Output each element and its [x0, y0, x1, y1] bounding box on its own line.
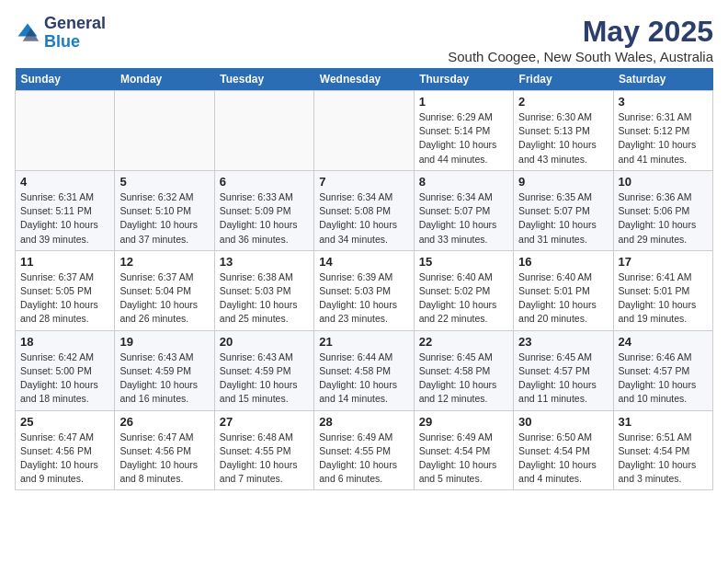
cell-text: Sunrise: 6:43 AMSunset: 4:59 PMDaylight:… — [220, 350, 309, 407]
day-number: 27 — [220, 415, 309, 429]
day-number: 15 — [419, 255, 508, 269]
cell-text: Sunrise: 6:29 AMSunset: 5:14 PMDaylight:… — [419, 110, 508, 167]
calendar-cell: 26Sunrise: 6:47 AMSunset: 4:56 PMDayligh… — [115, 410, 214, 490]
calendar-cell: 28Sunrise: 6:49 AMSunset: 4:55 PMDayligh… — [314, 410, 414, 490]
cell-text: Sunrise: 6:42 AMSunset: 5:00 PMDaylight:… — [20, 350, 109, 407]
cell-text: Sunrise: 6:31 AMSunset: 5:11 PMDaylight:… — [20, 190, 109, 247]
calendar-cell — [314, 91, 414, 171]
day-number: 2 — [518, 95, 608, 109]
day-number: 11 — [20, 255, 109, 269]
day-number: 23 — [518, 335, 608, 349]
cell-text: Sunrise: 6:40 AMSunset: 5:02 PMDaylight:… — [419, 270, 508, 327]
page-header: General Blue May 2025 South Coogee, New … — [15, 15, 713, 64]
calendar-cell: 13Sunrise: 6:38 AMSunset: 5:03 PMDayligh… — [214, 250, 313, 330]
cell-text: Sunrise: 6:34 AMSunset: 5:08 PMDaylight:… — [319, 190, 408, 247]
day-number: 5 — [119, 175, 209, 189]
cell-text: Sunrise: 6:44 AMSunset: 4:58 PMDaylight:… — [319, 350, 408, 407]
calendar-cell: 2Sunrise: 6:30 AMSunset: 5:13 PMDaylight… — [514, 91, 613, 171]
day-number: 17 — [619, 255, 708, 269]
cell-text: Sunrise: 6:40 AMSunset: 5:01 PMDaylight:… — [518, 270, 608, 327]
cell-text: Sunrise: 6:34 AMSunset: 5:07 PMDaylight:… — [419, 190, 508, 247]
day-number: 24 — [619, 335, 708, 349]
cell-text: Sunrise: 6:38 AMSunset: 5:03 PMDaylight:… — [220, 270, 309, 327]
cell-text: Sunrise: 6:32 AMSunset: 5:10 PMDaylight:… — [119, 190, 209, 247]
cell-text: Sunrise: 6:43 AMSunset: 4:59 PMDaylight:… — [119, 350, 209, 407]
calendar-cell: 16Sunrise: 6:40 AMSunset: 5:01 PMDayligh… — [514, 250, 613, 330]
calendar-cell: 15Sunrise: 6:40 AMSunset: 5:02 PMDayligh… — [414, 250, 513, 330]
calendar-week-3: 11Sunrise: 6:37 AMSunset: 5:05 PMDayligh… — [16, 250, 713, 330]
cell-text: Sunrise: 6:36 AMSunset: 5:06 PMDaylight:… — [619, 190, 708, 247]
cell-text: Sunrise: 6:30 AMSunset: 5:13 PMDaylight:… — [518, 110, 608, 167]
calendar-cell: 18Sunrise: 6:42 AMSunset: 5:00 PMDayligh… — [16, 330, 115, 410]
logo: General Blue — [15, 15, 106, 52]
calendar-cell — [115, 91, 214, 171]
calendar-cell: 22Sunrise: 6:45 AMSunset: 4:58 PMDayligh… — [414, 330, 513, 410]
weekday-friday: Friday — [514, 68, 613, 91]
cell-text: Sunrise: 6:37 AMSunset: 5:05 PMDaylight:… — [20, 270, 109, 327]
cell-text: Sunrise: 6:46 AMSunset: 4:57 PMDaylight:… — [619, 350, 708, 407]
day-number: 25 — [20, 415, 109, 429]
calendar-cell: 8Sunrise: 6:34 AMSunset: 5:07 PMDaylight… — [414, 170, 513, 250]
day-number: 19 — [119, 335, 209, 349]
weekday-saturday: Saturday — [613, 68, 712, 91]
day-number: 31 — [619, 415, 708, 429]
calendar-cell: 9Sunrise: 6:35 AMSunset: 5:07 PMDaylight… — [514, 170, 613, 250]
day-number: 10 — [619, 175, 708, 189]
cell-text: Sunrise: 6:35 AMSunset: 5:07 PMDaylight:… — [518, 190, 608, 247]
calendar-cell: 6Sunrise: 6:33 AMSunset: 5:09 PMDaylight… — [214, 170, 313, 250]
weekday-tuesday: Tuesday — [214, 68, 313, 91]
calendar-cell: 24Sunrise: 6:46 AMSunset: 4:57 PMDayligh… — [613, 330, 712, 410]
day-number: 29 — [419, 415, 508, 429]
weekday-header-row: SundayMondayTuesdayWednesdayThursdayFrid… — [16, 68, 713, 91]
weekday-wednesday: Wednesday — [314, 68, 414, 91]
logo-general-text: General — [44, 14, 106, 32]
cell-text: Sunrise: 6:49 AMSunset: 4:54 PMDaylight:… — [419, 431, 508, 487]
day-number: 6 — [220, 175, 309, 189]
calendar-body: 1Sunrise: 6:29 AMSunset: 5:14 PMDaylight… — [16, 91, 713, 490]
calendar-week-1: 1Sunrise: 6:29 AMSunset: 5:14 PMDaylight… — [16, 91, 713, 171]
day-number: 9 — [518, 175, 608, 189]
calendar-cell: 27Sunrise: 6:48 AMSunset: 4:55 PMDayligh… — [214, 410, 313, 490]
day-number: 14 — [319, 255, 408, 269]
day-number: 13 — [220, 255, 309, 269]
calendar-cell: 11Sunrise: 6:37 AMSunset: 5:05 PMDayligh… — [16, 250, 115, 330]
calendar-cell: 4Sunrise: 6:31 AMSunset: 5:11 PMDaylight… — [16, 170, 115, 250]
calendar-cell: 19Sunrise: 6:43 AMSunset: 4:59 PMDayligh… — [115, 330, 214, 410]
day-number: 7 — [319, 175, 408, 189]
location-title: South Coogee, New South Wales, Australia — [448, 49, 713, 64]
day-number: 28 — [319, 415, 408, 429]
calendar-cell: 29Sunrise: 6:49 AMSunset: 4:54 PMDayligh… — [414, 410, 513, 490]
calendar-table: SundayMondayTuesdayWednesdayThursdayFrid… — [15, 68, 713, 490]
calendar-header: SundayMondayTuesdayWednesdayThursdayFrid… — [16, 68, 713, 91]
cell-text: Sunrise: 6:49 AMSunset: 4:55 PMDaylight:… — [319, 431, 408, 487]
cell-text: Sunrise: 6:39 AMSunset: 5:03 PMDaylight:… — [319, 270, 408, 327]
day-number: 4 — [20, 175, 109, 189]
calendar-week-5: 25Sunrise: 6:47 AMSunset: 4:56 PMDayligh… — [16, 410, 713, 490]
cell-text: Sunrise: 6:47 AMSunset: 4:56 PMDaylight:… — [119, 431, 209, 487]
day-number: 3 — [619, 95, 708, 109]
calendar-cell — [214, 91, 313, 171]
weekday-sunday: Sunday — [16, 68, 115, 91]
day-number: 20 — [220, 335, 309, 349]
calendar-week-4: 18Sunrise: 6:42 AMSunset: 5:00 PMDayligh… — [16, 330, 713, 410]
day-number: 26 — [119, 415, 209, 429]
calendar-cell — [16, 91, 115, 171]
calendar-cell: 7Sunrise: 6:34 AMSunset: 5:08 PMDaylight… — [314, 170, 414, 250]
day-number: 1 — [419, 95, 508, 109]
calendar-cell: 1Sunrise: 6:29 AMSunset: 5:14 PMDaylight… — [414, 91, 513, 171]
calendar-cell: 10Sunrise: 6:36 AMSunset: 5:06 PMDayligh… — [613, 170, 712, 250]
day-number: 22 — [419, 335, 508, 349]
month-title: May 2025 — [448, 15, 713, 49]
day-number: 30 — [518, 415, 608, 429]
day-number: 18 — [20, 335, 109, 349]
calendar-cell: 14Sunrise: 6:39 AMSunset: 5:03 PMDayligh… — [314, 250, 414, 330]
day-number: 12 — [119, 255, 209, 269]
cell-text: Sunrise: 6:50 AMSunset: 4:54 PMDaylight:… — [518, 431, 608, 487]
cell-text: Sunrise: 6:33 AMSunset: 5:09 PMDaylight:… — [220, 190, 309, 247]
cell-text: Sunrise: 6:37 AMSunset: 5:04 PMDaylight:… — [119, 270, 209, 327]
calendar-cell: 31Sunrise: 6:51 AMSunset: 4:54 PMDayligh… — [613, 410, 712, 490]
weekday-monday: Monday — [115, 68, 214, 91]
cell-text: Sunrise: 6:47 AMSunset: 4:56 PMDaylight:… — [20, 431, 109, 487]
logo-icon — [15, 20, 40, 46]
cell-text: Sunrise: 6:45 AMSunset: 4:58 PMDaylight:… — [419, 350, 508, 407]
